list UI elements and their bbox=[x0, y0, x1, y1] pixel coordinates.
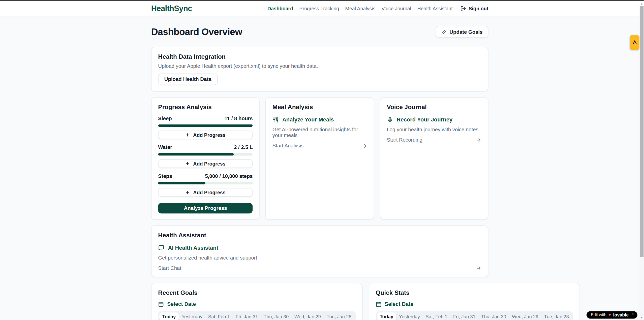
start-recording-link[interactable]: Start Recording bbox=[387, 137, 481, 143]
date-tab-wed-jan-29[interactable]: Wed, Jan 29 bbox=[509, 312, 541, 320]
upload-health-data-button[interactable]: Upload Health Data bbox=[158, 74, 218, 85]
edit-with-lovable-badge[interactable]: Edit with ♥ lovable × bbox=[586, 311, 637, 318]
close-icon[interactable]: × bbox=[632, 312, 634, 316]
heart-icon: ♥ bbox=[608, 312, 611, 317]
select-date-label: Select Date bbox=[385, 301, 413, 307]
health-assistant-description: Get personalized health advice and suppo… bbox=[158, 255, 481, 261]
metric-steps: Steps 5,000 / 10,000 steps Add Progress bbox=[158, 173, 253, 197]
arrow-right-icon bbox=[476, 137, 481, 143]
signout-button[interactable]: Sign out bbox=[461, 6, 488, 12]
recent-goals-card: Recent Goals Select Date Today Yesterday… bbox=[151, 283, 362, 320]
plus-icon bbox=[185, 133, 190, 137]
health-data-card: Health Data Integration Upload your Appl… bbox=[151, 47, 488, 92]
microphone-icon bbox=[387, 117, 393, 123]
recent-goals-select-date-button[interactable]: Select Date bbox=[158, 301, 355, 307]
date-tab-tue-jan-28[interactable]: Tue, Jan 28 bbox=[324, 312, 354, 320]
start-chat-label: Start Chat bbox=[158, 265, 181, 271]
voice-journal-title: Voice Journal bbox=[387, 104, 481, 111]
date-tab-thu-jan-30[interactable]: Thu, Jan 30 bbox=[478, 312, 509, 320]
quick-stats-title: Quick Stats bbox=[376, 289, 573, 296]
record-your-journey-label: Record Your Journey bbox=[396, 117, 452, 123]
date-tab-today[interactable]: Today bbox=[377, 312, 396, 320]
recent-goals-date-tabs: Today Yesterday Sat, Feb 1 Fri, Jan 31 T… bbox=[158, 311, 355, 320]
date-tab-fri-jan-31[interactable]: Fri, Jan 31 bbox=[450, 312, 478, 320]
water-progress-bar bbox=[158, 153, 253, 156]
scrollbar-down-arrow[interactable]: ▼ bbox=[639, 315, 644, 320]
progress-analysis-title: Progress Analysis bbox=[158, 104, 253, 111]
metric-sleep: Sleep 11 / 8 hours Add Progress bbox=[158, 116, 253, 139]
logout-icon bbox=[461, 6, 466, 12]
start-chat-link[interactable]: Start Chat bbox=[158, 265, 481, 271]
vertical-scrollbar: ▲ ▼ bbox=[639, 1, 644, 320]
sleep-progress-bar bbox=[158, 124, 253, 127]
analyze-your-meals-link[interactable]: Analyze Your Meals bbox=[272, 117, 367, 123]
record-your-journey-link[interactable]: Record Your Journey bbox=[387, 117, 481, 123]
meal-analysis-card: Meal Analysis Analyze Your Meals Get AI-… bbox=[265, 97, 374, 220]
recent-goals-title: Recent Goals bbox=[158, 289, 355, 296]
date-tab-yesterday[interactable]: Yesterday bbox=[396, 312, 423, 320]
calendar-icon bbox=[376, 301, 381, 307]
lovable-label: lovable bbox=[613, 312, 629, 317]
edit-with-label: Edit with bbox=[591, 312, 606, 317]
start-analysis-label: Start Analysis bbox=[272, 143, 303, 149]
date-tab-fri-jan-31[interactable]: Fri, Jan 31 bbox=[233, 312, 261, 320]
add-progress-water-button[interactable]: Add Progress bbox=[158, 159, 253, 168]
meal-analysis-description: Get AI-powered nutritional insights for … bbox=[272, 127, 367, 139]
lovable-editor-badge-button[interactable] bbox=[630, 35, 639, 50]
voice-journal-card: Voice Journal Record Your Journey Log yo… bbox=[380, 97, 488, 220]
nav-item-progress-tracking[interactable]: Progress Tracking bbox=[299, 6, 339, 12]
metric-label: Sleep bbox=[158, 116, 172, 122]
voice-journal-description: Log your health journey with voice notes bbox=[387, 127, 481, 133]
ai-health-assistant-link[interactable]: AI Health Assistant bbox=[158, 245, 481, 251]
date-tab-tue-jan-28[interactable]: Tue, Jan 28 bbox=[541, 312, 572, 320]
page-area: HealthSync Dashboard Progress Tracking M… bbox=[0, 1, 639, 320]
add-progress-label: Add Progress bbox=[193, 161, 225, 167]
date-tab-today[interactable]: Today bbox=[159, 312, 179, 320]
pencil-icon bbox=[442, 29, 447, 35]
metric-value: 11 / 8 hours bbox=[225, 116, 253, 122]
add-progress-label: Add Progress bbox=[193, 189, 225, 195]
nav-item-voice-journal[interactable]: Voice Journal bbox=[382, 6, 411, 12]
plus-icon bbox=[185, 161, 190, 166]
add-progress-sleep-button[interactable]: Add Progress bbox=[158, 131, 253, 139]
quick-stats-date-tabs: Today Yesterday Sat, Feb 1 Fri, Jan 31 T… bbox=[376, 311, 573, 320]
date-tab-sat-feb-1[interactable]: Sat, Feb 1 bbox=[423, 312, 450, 320]
arrow-right-icon bbox=[476, 265, 481, 271]
health-assistant-card: Health Assistant AI Health Assistant Get… bbox=[151, 226, 488, 277]
metric-value: 5,000 / 10,000 steps bbox=[205, 173, 253, 179]
health-data-description: Upload your Apple Health export (export.… bbox=[158, 63, 481, 69]
steps-progress-bar bbox=[158, 182, 253, 184]
date-tab-yesterday[interactable]: Yesterday bbox=[179, 312, 205, 320]
nav-item-dashboard[interactable]: Dashboard bbox=[267, 6, 293, 12]
add-progress-steps-button[interactable]: Add Progress bbox=[158, 188, 253, 197]
progress-analysis-card: Progress Analysis Sleep 11 / 8 hours Add… bbox=[151, 97, 260, 220]
update-goals-label: Update Goals bbox=[449, 29, 482, 35]
start-recording-label: Start Recording bbox=[387, 137, 422, 143]
signout-label: Sign out bbox=[469, 6, 488, 12]
feature-row: Progress Analysis Sleep 11 / 8 hours Add… bbox=[151, 97, 488, 220]
metric-label: Water bbox=[158, 145, 172, 150]
date-tab-thu-jan-30[interactable]: Thu, Jan 30 bbox=[261, 312, 292, 320]
scrollbar-up-arrow[interactable]: ▲ bbox=[639, 1, 644, 6]
analyze-your-meals-label: Analyze Your Meals bbox=[282, 117, 334, 123]
quick-stats-select-date-button[interactable]: Select Date bbox=[376, 301, 573, 307]
bottom-row: Recent Goals Select Date Today Yesterday… bbox=[151, 283, 488, 320]
start-analysis-link[interactable]: Start Analysis bbox=[272, 143, 367, 149]
metric-value: 2 / 2.5 L bbox=[234, 145, 253, 150]
health-assistant-title: Health Assistant bbox=[158, 232, 481, 239]
arrow-right-icon bbox=[362, 143, 367, 148]
add-progress-label: Add Progress bbox=[193, 132, 225, 138]
analyze-progress-button[interactable]: Analyze Progress bbox=[158, 203, 253, 213]
calendar-icon bbox=[158, 301, 164, 307]
scrollbar-thumb[interactable] bbox=[640, 6, 644, 257]
select-date-label: Select Date bbox=[167, 301, 196, 307]
date-tab-sat-feb-1[interactable]: Sat, Feb 1 bbox=[205, 312, 233, 320]
nav-item-health-assistant[interactable]: Health Assistant bbox=[417, 6, 452, 12]
lovable-badge-icon bbox=[632, 40, 637, 45]
plus-icon bbox=[185, 190, 190, 195]
nav-links: Dashboard Progress Tracking Meal Analysi… bbox=[267, 6, 488, 12]
nav-item-meal-analysis[interactable]: Meal Analysis bbox=[345, 6, 376, 12]
date-tab-wed-jan-29[interactable]: Wed, Jan 29 bbox=[292, 312, 324, 320]
app-logo[interactable]: HealthSync bbox=[151, 4, 192, 13]
update-goals-button[interactable]: Update Goals bbox=[436, 26, 488, 38]
